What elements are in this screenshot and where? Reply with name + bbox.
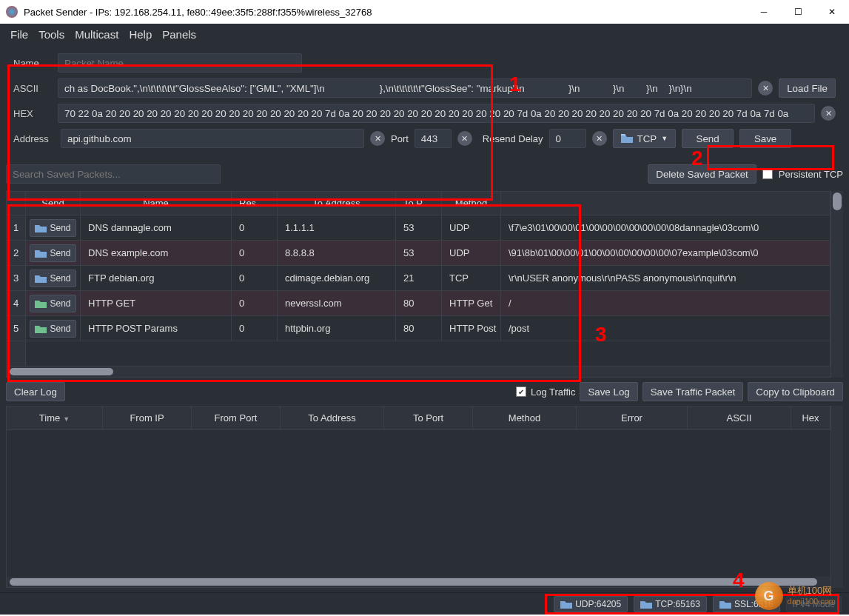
log-traffic-checkbox[interactable]: ✔ [516, 386, 526, 397]
col-from-ip[interactable]: From IP [103, 406, 192, 429]
cell-name: HTTP GET [81, 291, 232, 315]
address-input[interactable] [61, 129, 364, 148]
col-to-port-log[interactable]: To Port [384, 406, 473, 429]
cell-resend: 0 [232, 215, 278, 240]
col-error[interactable]: Error [577, 406, 688, 429]
cell-name: DNS example.com [81, 241, 232, 265]
table-header: Send Name Resend To Address To Port Meth… [7, 192, 830, 215]
clear-address-icon[interactable]: ✕ [370, 131, 385, 146]
col-to-address[interactable]: To Address [278, 192, 396, 215]
menu-multicast[interactable]: Multicast [70, 27, 123, 42]
name-label: Name [13, 58, 52, 69]
cell-address: httpbin.org [278, 316, 396, 341]
cell-address: 8.8.8.8 [278, 241, 396, 265]
row-number: 4 [7, 291, 26, 315]
cell-name: DNS dannagle.com [81, 215, 232, 240]
load-file-button[interactable]: Load File [779, 78, 836, 98]
table-row[interactable]: 5SendHTTP POST Params0httpbin.org80HTTP … [7, 316, 830, 341]
cell-resend: 0 [232, 266, 278, 290]
watermark-logo-icon: G [755, 582, 783, 610]
menu-file[interactable]: File [6, 27, 33, 42]
send-button[interactable]: Send [682, 129, 734, 148]
row-number: 1 [7, 215, 26, 240]
folder-icon [35, 224, 47, 232]
cell-hex: \r\nUSER anonymous\r\nPASS anonymous\r\n… [501, 266, 830, 290]
clear-log-button[interactable]: Clear Log [6, 382, 65, 401]
cell-hex: \91\8b\01\00\00\01\00\00\00\00\00\00\07e… [501, 241, 830, 265]
col-method[interactable]: Method [442, 192, 501, 215]
clear-ascii-icon[interactable]: ✕ [758, 81, 773, 96]
port-input[interactable] [415, 129, 452, 148]
search-saved-input[interactable] [6, 164, 221, 184]
menu-tools[interactable]: Tools [34, 27, 69, 42]
col-hex-log[interactable]: Hex [791, 406, 830, 429]
copy-clipboard-button[interactable]: Copy to Clipboard [748, 382, 843, 401]
folder-icon [719, 600, 731, 609]
col-from-port[interactable]: From Port [192, 406, 281, 429]
packet-form: Name ASCII ✕ Load File HEX ✕ Address ✕ P… [6, 44, 843, 160]
table-row[interactable]: 1SendDNS dannagle.com01.1.1.153UDP\f7\e3… [7, 215, 830, 241]
maximize-button[interactable]: ☐ [781, 0, 815, 24]
row-send-button[interactable]: Send [30, 244, 75, 262]
folder-icon [35, 274, 47, 283]
watermark-url: danji100.com [788, 596, 836, 606]
table-row[interactable]: 2SendDNS example.com08.8.8.853UDP\91\8b\… [7, 241, 830, 266]
titlebar: Packet Sender - IPs: 192.168.254.11, fe8… [0, 0, 849, 24]
protocol-select[interactable]: TCP▼ [613, 129, 677, 148]
clear-port-icon[interactable]: ✕ [457, 131, 472, 146]
minimize-button[interactable]: ─ [747, 0, 781, 24]
row-send-button[interactable]: Send [30, 295, 75, 312]
col-method-log[interactable]: Method [473, 406, 577, 429]
cell-port: 21 [396, 266, 442, 290]
menu-help[interactable]: Help [124, 27, 156, 42]
save-traffic-button[interactable]: Save Traffic Packet [642, 382, 744, 401]
saved-packets-table: Send Name Resend To Address To Port Meth… [6, 191, 831, 378]
cell-name: FTP debian.org [81, 266, 232, 290]
menu-panels[interactable]: Panels [158, 27, 201, 42]
ascii-input[interactable] [58, 78, 752, 98]
clear-resend-icon[interactable]: ✕ [592, 131, 607, 146]
log-vscrollbar[interactable] [831, 406, 843, 588]
close-button[interactable]: ✕ [815, 0, 849, 24]
persistent-tcp-label: Persistent TCP [779, 169, 843, 180]
saved-hscrollbar[interactable] [7, 366, 830, 377]
row-send-button[interactable]: Send [30, 320, 75, 338]
cell-method: TCP [442, 266, 501, 290]
cell-method: HTTP Post [442, 316, 501, 341]
cell-method: UDP [442, 241, 501, 265]
hex-input[interactable] [58, 104, 815, 123]
col-name[interactable]: Name [81, 192, 232, 215]
saved-packets-toolbar: Delete Saved Packet Persistent TCP [6, 164, 843, 187]
delete-saved-button[interactable]: Delete Saved Packet [648, 164, 756, 184]
status-tcp[interactable]: TCP:65163 [634, 596, 707, 612]
watermark-text: 单机100网 [788, 586, 836, 596]
save-log-button[interactable]: Save Log [580, 382, 637, 401]
cell-method: HTTP Get [442, 291, 501, 315]
saved-vscrollbar[interactable] [831, 191, 843, 378]
row-send-button[interactable]: Send [30, 219, 75, 237]
folder-icon [621, 134, 633, 143]
col-send[interactable]: Send [26, 192, 81, 215]
resend-label: Resend Delay [483, 133, 543, 144]
persistent-tcp-checkbox[interactable] [762, 169, 773, 179]
row-send-button[interactable]: Send [30, 270, 75, 287]
col-hex[interactable] [501, 192, 830, 215]
address-label: Address [13, 133, 55, 144]
col-time[interactable]: Time▼ [7, 406, 103, 429]
status-udp[interactable]: UDP:64205 [554, 596, 628, 612]
clear-hex-icon[interactable]: ✕ [821, 106, 836, 121]
col-ascii[interactable]: ASCII [688, 406, 791, 429]
cell-hex: /post [501, 316, 830, 341]
col-to-address-log[interactable]: To Address [281, 406, 384, 429]
col-to-port[interactable]: To Port [396, 192, 442, 215]
col-resend[interactable]: Resend [232, 192, 278, 215]
table-row[interactable]: 3SendFTP debian.org0cdimage.debian.org21… [7, 266, 830, 291]
cell-address: cdimage.debian.org [278, 266, 396, 290]
cell-port: 53 [396, 215, 442, 240]
cell-resend: 0 [232, 316, 278, 341]
log-hscrollbar[interactable] [7, 577, 830, 587]
save-button[interactable]: Save [739, 129, 791, 148]
table-row[interactable]: 4SendHTTP GET0neverssl.com80HTTP Get/ [7, 291, 830, 316]
name-input[interactable] [58, 53, 302, 73]
resend-input[interactable] [549, 129, 586, 148]
